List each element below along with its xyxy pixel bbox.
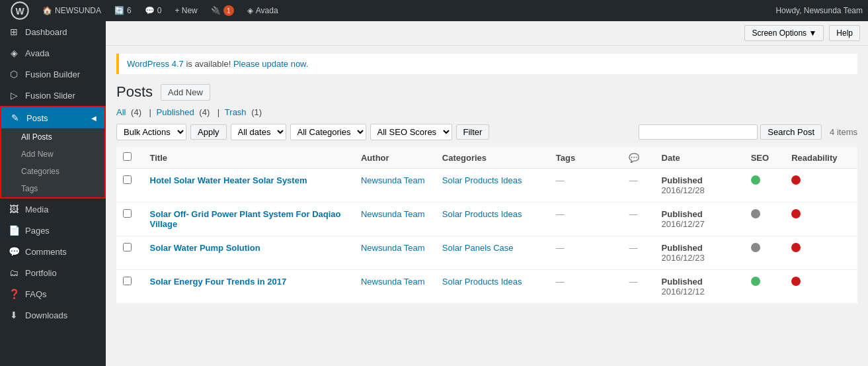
help-button[interactable]: Help xyxy=(829,25,860,41)
sidebar-item-add-new[interactable]: Add New xyxy=(1,146,104,163)
screen-options-button[interactable]: Screen Options ▼ xyxy=(744,25,824,41)
dates-select[interactable]: All dates xyxy=(231,124,286,140)
category-link-1[interactable]: Solar Products Ideas xyxy=(442,209,522,219)
table-row: Solar Water Pump Solution Newsunda Team … xyxy=(116,236,857,270)
row-checkbox-1[interactable] xyxy=(123,209,132,218)
apply-button[interactable]: Apply xyxy=(190,124,227,140)
seo-dot-0 xyxy=(751,175,760,185)
fusion-builder-icon: ⬡ xyxy=(8,69,20,79)
categories-select[interactable]: All Categories xyxy=(290,124,366,140)
post-title-link-1[interactable]: Solar Off- Grid Power Plant System For D… xyxy=(150,209,341,229)
sidebar-item-pages[interactable]: 📄 Pages xyxy=(0,220,106,241)
row-title-cell: Solar Energy Four Trends in 2017 xyxy=(143,270,354,304)
th-author[interactable]: Author xyxy=(354,147,436,169)
sidebar-item-comments[interactable]: 💬 Comments xyxy=(0,241,106,262)
sidebar-item-portfolio[interactable]: 🗂 Portfolio xyxy=(0,262,106,283)
avada-label: Avada xyxy=(256,6,278,15)
th-date[interactable]: Date xyxy=(655,147,744,169)
site-name: NEWSUNDA xyxy=(55,6,101,15)
th-categories[interactable]: Categories xyxy=(436,147,549,169)
category-link-3[interactable]: Solar Products Ideas xyxy=(442,277,522,287)
row-checkbox-cell xyxy=(116,270,143,304)
site-name-item[interactable]: 🏠 NEWSUNDA xyxy=(37,0,106,21)
comments-value-1: — xyxy=(629,209,637,219)
faqs-icon: ❓ xyxy=(8,289,20,299)
row-comments-cell: — xyxy=(622,270,654,304)
search-wrap: Search Post xyxy=(639,124,822,140)
pages-icon: 📄 xyxy=(8,225,20,236)
sidebar-item-posts[interactable]: ✎ Posts ◀ xyxy=(1,107,104,128)
comments-value-3: — xyxy=(629,277,637,287)
subnav-trash[interactable]: Trash xyxy=(225,107,247,117)
sidebar-item-all-posts[interactable]: All Posts xyxy=(1,128,104,146)
sidebar-item-avada[interactable]: ◈ Avada xyxy=(0,42,106,64)
comments-sidebar-icon: 💬 xyxy=(8,246,20,257)
sidebar-item-categories[interactable]: Categories xyxy=(1,163,104,180)
seo-dot-3 xyxy=(751,277,760,286)
avada-sidebar-icon: ◈ xyxy=(8,48,20,58)
add-new-button[interactable]: Add New xyxy=(161,84,210,101)
row-readability-cell xyxy=(785,203,857,236)
sidebar-item-media[interactable]: 🖼 Media xyxy=(0,199,106,220)
seo-scores-select[interactable]: All SEO Scores xyxy=(370,124,452,140)
th-readability[interactable]: Readability xyxy=(785,147,857,169)
seo-dot-1 xyxy=(751,209,760,218)
sidebar-item-fusion-builder[interactable]: ⬡ Fusion Builder xyxy=(0,64,106,85)
sidebar-item-downloads[interactable]: ⬇ Downloads xyxy=(0,304,106,326)
sidebar-label-downloads: Downloads xyxy=(25,310,67,320)
readability-dot-3 xyxy=(791,277,801,286)
row-checkbox-2[interactable] xyxy=(123,243,132,252)
subnav-sep2: | xyxy=(217,107,222,117)
update-middle-text: is available! xyxy=(186,59,233,69)
category-link-2[interactable]: Solar Panels Case xyxy=(442,243,514,253)
row-checkbox-3[interactable] xyxy=(123,277,132,285)
th-tags[interactable]: Tags xyxy=(549,147,623,169)
author-link-1[interactable]: Newsunda Team xyxy=(361,209,425,219)
update-notice: WordPress 4.7 is available! Please updat… xyxy=(116,54,857,74)
updates-item[interactable]: 🔄 6 xyxy=(109,0,137,21)
row-title-cell: Solar Off- Grid Power Plant System For D… xyxy=(143,203,354,236)
seo-dot-2 xyxy=(751,243,760,252)
select-all-checkbox[interactable] xyxy=(123,152,132,161)
row-date-cell: Published 2016/12/23 xyxy=(655,236,744,270)
sidebar-item-faqs[interactable]: ❓ FAQs xyxy=(0,283,106,304)
new-content-item[interactable]: + New xyxy=(169,0,202,21)
th-title[interactable]: Title xyxy=(143,147,354,169)
readability-dot-1 xyxy=(791,209,801,218)
author-link-0[interactable]: Newsunda Team xyxy=(361,175,425,185)
sidebar-label-posts: Posts xyxy=(26,113,48,123)
row-tags-cell: — xyxy=(549,203,623,236)
category-link-0[interactable]: Solar Products Ideas xyxy=(442,175,522,185)
row-seo-cell xyxy=(744,169,785,203)
subnav-sep1: | xyxy=(149,107,154,117)
post-title-link-0[interactable]: Hotel Solar Water Heater Solar System xyxy=(150,175,307,185)
all-posts-label: All Posts xyxy=(21,132,52,142)
author-link-2[interactable]: Newsunda Team xyxy=(361,243,425,253)
search-input[interactable] xyxy=(639,124,758,140)
filter-button[interactable]: Filter xyxy=(456,124,490,140)
sidebar-item-tags[interactable]: Tags xyxy=(1,180,104,197)
status-2: Published xyxy=(662,243,703,253)
post-title-link-2[interactable]: Solar Water Pump Solution xyxy=(150,243,260,253)
bulk-actions-select[interactable]: Bulk Actions xyxy=(116,124,186,140)
status-3: Published xyxy=(662,277,703,287)
subnav-trash-count: (1) xyxy=(251,107,262,117)
row-tags-cell: — xyxy=(549,270,623,304)
subnav-published-count: (4) xyxy=(199,107,210,117)
sidebar-item-fusion-slider[interactable]: ▷ Fusion Slider xyxy=(0,85,106,106)
post-title-link-3[interactable]: Solar Energy Four Trends in 2017 xyxy=(150,277,287,287)
comments-item[interactable]: 💬 0 xyxy=(139,0,167,21)
wp-version-link[interactable]: WordPress 4.7 xyxy=(127,59,184,69)
search-post-button[interactable]: Search Post xyxy=(760,124,822,140)
plugin-item[interactable]: 🔌 1 xyxy=(206,0,239,21)
sidebar: ⊞ Dashboard ◈ Avada ⬡ Fusion Builder ▷ F… xyxy=(0,21,106,366)
row-checkbox-0[interactable] xyxy=(123,175,132,184)
sidebar-item-dashboard[interactable]: ⊞ Dashboard xyxy=(0,21,106,42)
th-seo[interactable]: SEO xyxy=(744,147,785,169)
update-now-link[interactable]: Please update now. xyxy=(233,59,308,69)
subnav-published[interactable]: Published xyxy=(157,107,194,117)
avada-item[interactable]: ◈ Avada xyxy=(242,0,284,21)
author-link-3[interactable]: Newsunda Team xyxy=(361,277,425,287)
subnav-all[interactable]: All xyxy=(116,107,126,117)
wp-logo-item[interactable]: W xyxy=(5,0,34,21)
